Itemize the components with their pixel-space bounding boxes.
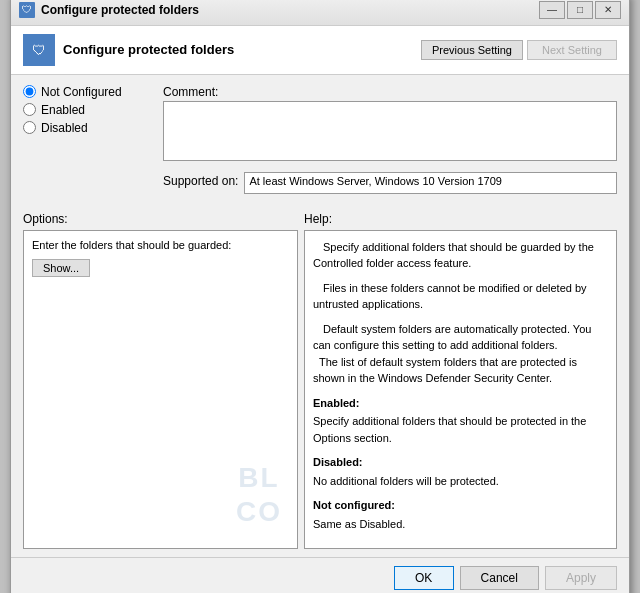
supported-value: At least Windows Server, Windows 10 Vers… [244,172,617,194]
dialog-title: Configure protected folders [41,3,199,17]
show-button[interactable]: Show... [32,259,90,277]
header-buttons: Previous Setting Next Setting [421,40,617,60]
header-icon: 🛡 [23,34,55,66]
radio-not-configured-input[interactable] [23,85,36,98]
header-bar: 🛡 Configure protected folders Previous S… [11,26,629,75]
close-button[interactable]: ✕ [595,1,621,19]
watermark-line2: CO [236,495,282,529]
radio-disabled-input[interactable] [23,121,36,134]
next-setting-button[interactable]: Next Setting [527,40,617,60]
section-labels: Options: Help: [11,212,629,226]
help-section-label: Help: [304,212,617,226]
radio-enabled-label: Enabled [41,103,85,117]
ok-button[interactable]: OK [394,566,454,590]
help-item-enabled: Enabled: Specify additional folders that… [313,395,608,447]
supported-block: Supported on: At least Windows Server, W… [163,172,617,194]
watermark: BL CO [236,461,282,528]
dialog-window: 🛡 Configure protected folders — □ ✕ 🛡 Co… [10,0,630,593]
content-area: Not Configured Enabled Disabled Comment:… [11,75,629,212]
panels-row: Enter the folders that should be guarded… [11,230,629,550]
help-item-not-configured: Not configured: Same as Disabled. [313,497,608,532]
header-left: 🛡 Configure protected folders [23,34,234,66]
header-title: Configure protected folders [63,42,234,57]
options-section-label: Options: [23,212,298,226]
radio-enabled-input[interactable] [23,103,36,116]
previous-setting-button[interactable]: Previous Setting [421,40,523,60]
help-text-disabled: No additional folders will be protected. [313,473,608,490]
radio-enabled[interactable]: Enabled [23,103,163,117]
maximize-button[interactable]: □ [567,1,593,19]
apply-button[interactable]: Apply [545,566,617,590]
help-heading-disabled: Disabled: [313,454,608,471]
help-text-enabled: Specify additional folders that should b… [313,413,608,446]
help-heading-not-configured: Not configured: [313,497,608,514]
cancel-button[interactable]: Cancel [460,566,539,590]
help-item-disabled: Disabled: No additional folders will be … [313,454,608,489]
help-heading-enabled: Enabled: [313,395,608,412]
title-controls: — □ ✕ [539,1,621,19]
watermark-line1: BL [236,461,282,495]
title-bar: 🛡 Configure protected folders — □ ✕ [11,0,629,26]
supported-label: Supported on: [163,172,238,188]
radio-not-configured[interactable]: Not Configured [23,85,163,99]
title-bar-left: 🛡 Configure protected folders [19,2,199,18]
help-para-2: Files in these folders cannot be modifie… [313,280,608,313]
help-panel: Specify additional folders that should b… [304,230,617,550]
help-para-3: Default system folders are automatically… [313,321,608,387]
radio-config: Not Configured Enabled Disabled [23,85,163,135]
comment-label: Comment: [163,85,617,99]
options-panel: Enter the folders that should be guarded… [23,230,298,550]
help-text-not-configured: Same as Disabled. [313,516,608,533]
comment-textarea[interactable] [163,101,617,161]
radio-disabled[interactable]: Disabled [23,121,163,135]
minimize-button[interactable]: — [539,1,565,19]
help-para-1: Specify additional folders that should b… [313,239,608,272]
radio-not-configured-label: Not Configured [41,85,122,99]
options-panel-label: Enter the folders that should be guarded… [32,239,289,251]
dialog-footer: OK Cancel Apply [11,557,629,593]
dialog-icon: 🛡 [19,2,35,18]
comment-block: Comment: [163,85,617,164]
radio-disabled-label: Disabled [41,121,88,135]
